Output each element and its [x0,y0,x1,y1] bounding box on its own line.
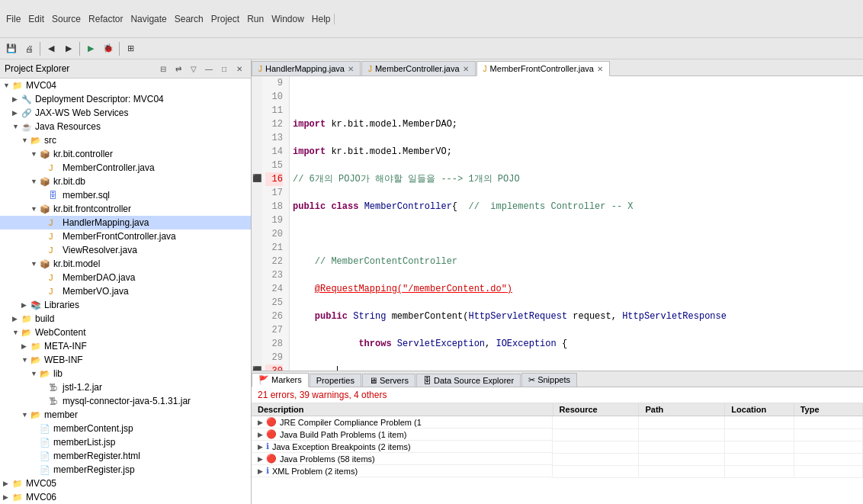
tab-datasource[interactable]: 🗄 Data Source Explorer [416,374,521,387]
tab-membercontroller[interactable]: J MemberController.java ✕ [361,61,476,75]
minimize-btn[interactable]: — [202,62,216,75]
line-numbers: 9 10 11 12 13 14 15 16 17 18 19 20 21 22… [262,76,290,371]
tree-item-controller-pkg[interactable]: ▼ 📦 kr.bit.controller [0,147,251,161]
problem-row-jre[interactable]: ▶ 🔴 JRE Compiler Compliance Problem (1 [252,416,863,429]
col-resource[interactable]: Resource [553,403,639,416]
tree-item-membercontent-jsp[interactable]: 📄 memberContent.jsp [0,422,251,435]
line-num-22: 22 [265,255,283,268]
tree-item-webcontent[interactable]: ▼ 📂 WebContent [0,326,251,339]
problem-location [725,465,794,477]
tree-label: member.sql [63,190,110,201]
tree-label: MemberDAO.java [63,272,135,283]
tree-item-meta-inf[interactable]: ▶ 📁 META-INF [0,339,251,353]
tab-handlermapping[interactable]: J HandlerMapping.java ✕ [252,61,361,75]
tree-item-handlermapping[interactable]: J HandlerMapping.java [0,216,251,230]
folder-icon: 📁 [21,314,34,324]
collapse-all-btn[interactable]: ⊟ [156,62,170,75]
tree-item-libraries[interactable]: ▶ 📚 Libraries [0,298,251,312]
view-menu-btn[interactable]: ▽ [187,62,201,75]
col-path[interactable]: Path [639,403,725,416]
col-description[interactable]: Description [252,403,553,416]
col-type[interactable]: Type [794,403,862,416]
package-icon: 📦 [40,177,52,187]
tree-item-memberregister-jsp[interactable]: 📄 memberRegister.jsp [0,463,251,477]
tree-item-build[interactable]: ▶ 📁 build [0,312,251,326]
java-icon: J [49,163,61,172]
col-location[interactable]: Location [725,403,794,416]
tree-label: Libraries [44,300,79,310]
tree-item-membercontroller[interactable]: J MemberController.java [0,161,251,175]
code-line-14 [293,227,860,241]
tree-item-memberlist-jsp[interactable]: 📄 memberList.jsp [0,435,251,449]
tab-datasource-label: 🗄 Data Source Explorer [423,376,514,385]
expand-arrow[interactable]: ▶ [258,431,263,438]
expand-arrow[interactable]: ▶ [258,467,263,475]
toolbar-print-btn[interactable]: 🖨 [21,40,37,57]
tab-markers[interactable]: 🚩 Markers [252,373,309,387]
bottom-content: 21 errors, 39 warnings, 4 others Descrip… [252,387,863,504]
tree-item-memberdao[interactable]: J MemberDAO.java [0,271,251,284]
expand-arrow[interactable]: ▶ [258,455,263,463]
tree-item-deployment[interactable]: ▶ 🔧 Deployment Descriptor: MVC04 [0,92,251,106]
tree-item-mvc05[interactable]: ▶ 📁 MVC05 [0,477,251,490]
tab-servers[interactable]: 🖥 Servers [362,374,415,387]
expand-arrow[interactable]: ▶ [258,443,263,451]
java-file-icon: J [368,65,372,73]
tab-properties-label: Properties [316,376,355,385]
problem-row-xml[interactable]: ▶ ℹ XML Problem (2 items) [252,465,863,477]
link-editor-btn[interactable]: ⇄ [172,62,185,75]
tree-arrow: ▶ [12,315,21,323]
tab-close-btn[interactable]: ✕ [348,65,354,73]
tree-item-jstl[interactable]: 🗜 jstl-1.2.jar [0,380,251,394]
tree-label: MVC05 [26,478,56,489]
problem-type [794,453,862,465]
tree-item-jaxws[interactable]: ▶ 🔗 JAX-WS Web Services [0,106,251,120]
expand-arrow[interactable]: ▶ [258,419,263,426]
tree-item-web-inf[interactable]: ▼ 📂 WEB-INF [0,353,251,367]
tab-snippets[interactable]: ✂ Snippets [521,373,577,387]
tree-item-java-resources[interactable]: ▼ ☕ Java Resources [0,120,251,133]
tab-properties[interactable]: Properties [310,374,361,387]
maximize-btn[interactable]: □ [217,62,231,75]
close-btn[interactable]: ✕ [233,62,246,75]
toolbar-debug-btn[interactable]: 🐞 [100,40,117,57]
toolbar-perspective-btn[interactable]: ⊞ [122,40,139,57]
line-num-18: 18 [265,200,283,213]
tree-item-lib[interactable]: ▼ 📂 lib [0,367,251,380]
tree-item-frontcontroller-pkg[interactable]: ▼ 📦 kr.bit.frontcontroller [0,202,251,216]
jar-icon: 🗜 [49,383,61,392]
toolbar-run-btn[interactable]: ▶ [82,40,99,57]
tree-item-viewresolver[interactable]: J ViewResolver.java [0,243,251,257]
code-content[interactable]: import kr.bit.model.MemberDAO; import kr… [290,76,863,371]
tree-item-mysql[interactable]: 🗜 mysql-connector-java-5.1.31.jar [0,394,251,408]
tab-close-btn[interactable]: ✕ [597,65,603,73]
tree-item-member-folder[interactable]: ▼ 📂 member [0,408,251,422]
menu-bar: File Edit Source Refactor Navigate Searc… [3,14,335,24]
line-num-16: 16 [265,172,283,186]
problem-row-java[interactable]: ▶ 🔴 Java Problems (58 items) [252,453,863,465]
package-icon: 📦 [40,259,52,269]
tree-item-model-pkg[interactable]: ▼ 📦 kr.bit.model [0,257,251,271]
problem-row-breakpoints[interactable]: ▶ ℹ Java Exception Breakpoints (2 items) [252,441,863,453]
problem-resource [553,453,639,465]
tree-item-db-pkg[interactable]: ▼ 📦 kr.bit.db [0,175,251,188]
tree-label: WEB-INF [44,355,83,365]
tree-item-membervo[interactable]: J MemberVO.java [0,284,251,298]
code-editor[interactable]: ⬛ ⬛ 9 [252,76,863,371]
problem-row-build[interactable]: ▶ 🔴 Java Build Path Problems (1 item) [252,429,863,441]
tree-item-mvc06[interactable]: ▶ 📁 MVC06 [0,490,251,504]
tree-item-memberfrontcontroller[interactable]: J MemberFrontController.java [0,230,251,243]
toolbar-forward-btn[interactable]: ▶ [60,40,77,57]
tree-item-src[interactable]: ▼ 📂 src [0,133,251,147]
tree-label: memberContent.jsp [53,423,133,434]
tree-item-member-sql[interactable]: 🗄 member.sql [0,188,251,202]
problem-location [725,429,794,441]
toolbar-save-btn[interactable]: 💾 [3,40,20,57]
tree-label: Deployment Descriptor: MVC04 [35,94,164,104]
tab-close-btn[interactable]: ✕ [463,65,469,73]
tab-memberfrontcontroller[interactable]: J MemberFrontController.java ✕ [476,61,610,76]
toolbar-back-btn[interactable]: ◀ [43,40,59,57]
gutter-line-10 [252,90,262,104]
tree-item-memberregister-html[interactable]: 📄 memberRegister.html [0,449,251,463]
tree-item-mvc04[interactable]: ▼ 📁 MVC04 [0,79,251,92]
